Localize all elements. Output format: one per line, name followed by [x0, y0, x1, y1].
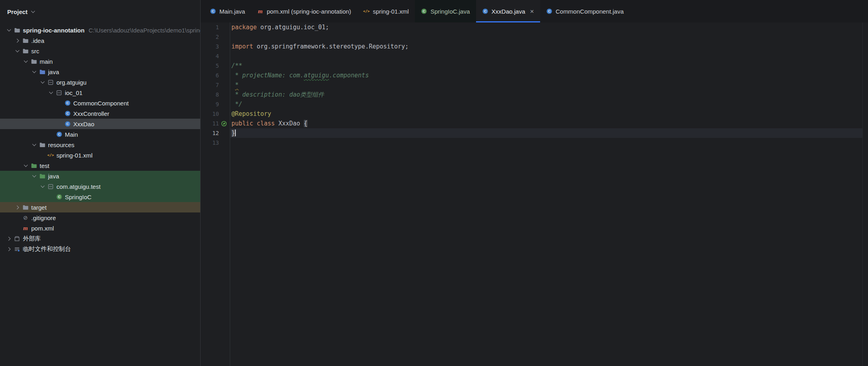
tree-item-spring-ioc-annotation[interactable]: spring-ioc-annotationC:\Users\adouz\Idea… — [0, 25, 200, 35]
chevron-down-icon[interactable] — [6, 27, 14, 33]
token-kw: public — [231, 120, 253, 127]
tree-item-label: pom.xml — [31, 225, 54, 232]
tree-item-java[interactable]: java — [0, 67, 200, 77]
tab-label: Main.java — [219, 8, 245, 15]
tab-commoncomponent-java[interactable]: CCommonComponent.java — [540, 0, 630, 22]
svg-text:C: C — [548, 9, 551, 13]
tree-item-外部库[interactable]: 外部库 — [0, 233, 200, 244]
line-number: 6 — [208, 72, 219, 79]
chevron-down-icon[interactable] — [22, 162, 30, 169]
project-panel-header: Project — [0, 0, 200, 23]
tree-item-ioc-01[interactable]: ioc_01 — [0, 87, 200, 98]
class-icon: C — [56, 131, 62, 138]
token-doc-warn: * — [235, 81, 239, 89]
token-doc: .components — [329, 72, 369, 79]
tab-xxxdao-java[interactable]: CXxxDao.java× — [476, 0, 540, 22]
tree-item-gitignore[interactable]: ⊘.gitignore — [0, 212, 200, 223]
gutter-icon-slot — [220, 63, 227, 69]
code-line-1[interactable]: 1package org.atguigu.ioc_01; — [201, 22, 868, 32]
tree-item-src[interactable]: src — [0, 46, 200, 56]
folder-icon — [30, 58, 37, 65]
code-line-7[interactable]: 7 * — [201, 80, 868, 90]
chevron-right-icon[interactable] — [6, 235, 14, 242]
code-area[interactable]: 1package org.atguigu.ioc_01;23import org… — [201, 22, 868, 148]
code-line-5[interactable]: 5/** — [201, 61, 868, 71]
tree-item-spring-01-xml[interactable]: </>spring-01.xml — [0, 150, 200, 160]
scratches-icon — [14, 246, 20, 253]
tree-item-java[interactable]: java — [0, 171, 200, 181]
class-icon: C — [546, 8, 553, 14]
chevron-right-icon[interactable] — [14, 204, 22, 210]
tab-label: CommonComponent.java — [556, 8, 624, 15]
code-line-6[interactable]: 6 * projectName: com.atguigu.components — [201, 71, 868, 80]
chevron-spacer — [56, 121, 64, 127]
token-doc: * projectName: com. — [231, 72, 304, 79]
gutter-cell: 7 — [201, 82, 230, 88]
code-line-9[interactable]: 9 */ — [201, 99, 868, 109]
line-number: 5 — [208, 63, 219, 69]
tree-item-org-atguigu[interactable]: org.atguigu — [0, 77, 200, 87]
tab-spring-01-xml[interactable]: </>spring-01.xml — [357, 0, 415, 22]
tree-item-label: 外部库 — [23, 235, 41, 243]
editor-body[interactable]: 1package org.atguigu.ioc_01;23import org… — [201, 22, 868, 366]
tree-item-com-atguigu-test[interactable]: com.atguigu.test — [0, 181, 200, 192]
chevron-right-icon[interactable] — [6, 246, 14, 252]
code-line-13[interactable]: 13 — [201, 138, 868, 148]
chevron-right-icon[interactable] — [14, 37, 22, 44]
code-line-2[interactable]: 2 — [201, 32, 868, 42]
folder-icon — [22, 204, 29, 211]
token-doc — [231, 81, 235, 89]
tree-item-springioc[interactable]: CSpringIoC — [0, 192, 200, 202]
gutter-icon-slot — [220, 101, 227, 107]
code-line-3[interactable]: 3import org.springframework.stereotype.R… — [201, 42, 868, 51]
library-icon — [14, 235, 20, 242]
code-line-4[interactable]: 4 — [201, 51, 868, 61]
tree-item-xxxdao[interactable]: CXxxDao — [0, 119, 200, 129]
project-tool-window: Project spring-ioc-annotationC:\Users\ad… — [0, 0, 201, 366]
tree-item-main[interactable]: CMain — [0, 129, 200, 140]
tree-item-test[interactable]: test — [0, 160, 200, 171]
tree-item-label: .idea — [31, 37, 44, 44]
gutter-cell: 1 — [201, 24, 230, 30]
tab-springioc-java[interactable]: CSpringIoC.java — [415, 0, 476, 22]
chevron-down-icon[interactable] — [39, 183, 47, 190]
chevron-down-icon[interactable] — [48, 89, 56, 96]
tree-item-pom-xml[interactable]: mpom.xml — [0, 223, 200, 233]
tree-item-target[interactable]: target — [0, 202, 200, 212]
code-line-8[interactable]: 8 * description: dao类型组件 — [201, 90, 868, 99]
chevron-down-icon[interactable] — [31, 142, 39, 148]
package-icon — [47, 183, 54, 190]
folder-test-icon — [30, 162, 37, 169]
chevron-spacer — [48, 194, 56, 200]
tree-item-xxxcontroller[interactable]: CXxxController — [0, 108, 200, 119]
chevron-down-icon[interactable] — [39, 79, 47, 85]
code-line-10[interactable]: 10@Repository — [201, 109, 868, 119]
gutter-cell: 2 — [201, 34, 230, 40]
tab-pom-xml-spring-ioc-annotation[interactable]: mpom.xml (spring-ioc-annotation) — [251, 0, 357, 22]
token-pl: XxxDao — [275, 120, 303, 127]
tab-main-java[interactable]: CMain.java — [204, 0, 251, 22]
line-number: 4 — [208, 53, 219, 59]
tree-item-idea[interactable]: .idea — [0, 35, 200, 46]
tree-item-main[interactable]: main — [0, 56, 200, 67]
tree-item-resources[interactable]: resources — [0, 140, 200, 150]
code-line-11[interactable]: 11public class XxxDao { — [201, 119, 868, 128]
svg-text:C: C — [58, 195, 60, 199]
spring-bean-icon[interactable] — [220, 120, 227, 127]
tab-label: SpringIoC.java — [430, 8, 470, 15]
tree-item-commoncomponent[interactable]: CCommonComponent — [0, 98, 200, 108]
code-text: * projectName: com.atguigu.components — [230, 72, 369, 79]
tree-item-label: main — [40, 58, 53, 65]
code-line-12[interactable]: 12} — [201, 128, 868, 138]
chevron-down-icon[interactable] — [31, 69, 39, 75]
tree-item-label: ioc_01 — [65, 89, 82, 96]
chevron-down-icon[interactable] — [31, 8, 36, 15]
svg-text:C: C — [58, 132, 60, 136]
chevron-down-icon[interactable] — [22, 58, 30, 65]
tree-item-label: com.atguigu.test — [56, 183, 100, 190]
token-doc: */ — [231, 101, 242, 108]
close-tab-icon[interactable]: × — [530, 8, 534, 15]
tree-item-临时文件和控制台[interactable]: 临时文件和控制台 — [0, 244, 200, 254]
chevron-down-icon[interactable] — [14, 48, 22, 54]
chevron-down-icon[interactable] — [31, 173, 39, 179]
